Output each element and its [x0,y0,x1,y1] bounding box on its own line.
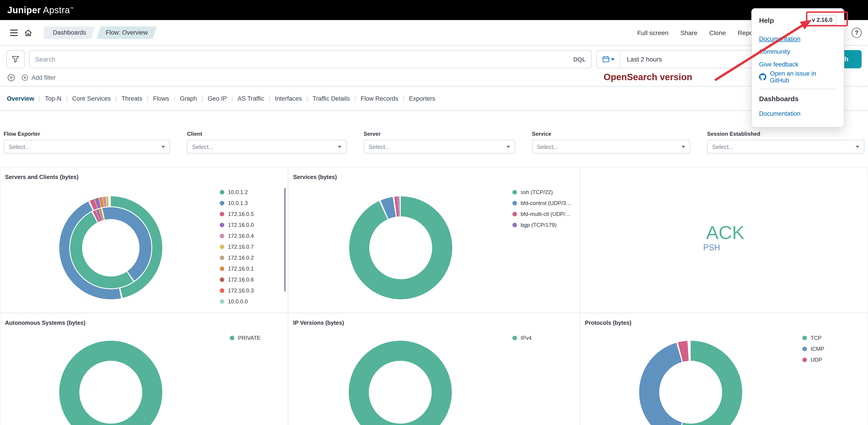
tab-interfaces[interactable]: Interfaces [264,95,302,102]
panel-title: Autonomous Systems (bytes) [5,320,86,326]
legend-item[interactable]: 172.16.0.2 [220,254,254,262]
legend-item[interactable]: PRIVATE [230,334,260,342]
add-filter-button[interactable]: Add filter [22,74,56,81]
link-documentation[interactable]: Documentation [759,32,837,45]
link-open-issue-github[interactable]: Open an issue in GitHub [759,71,837,84]
share-button[interactable]: Share [680,29,698,36]
query-block: DQL Last 2 hours Refresh [0,45,868,87]
legend-item[interactable]: 10.0.1.2 [220,188,254,196]
services-donut[interactable] [349,196,452,299]
legend-dot [802,336,807,340]
clone-button[interactable]: Clone [709,29,726,36]
help-button[interactable]: ? [851,28,862,38]
dashboard-grid: Servers and Clients (bytes) 10.0.1.210.0… [0,167,868,425]
tagcloud-tag-psh[interactable]: PSH [703,243,720,253]
saved-query-icon [11,55,20,63]
chevron-down-icon [161,145,165,148]
protocols-donut[interactable] [639,341,742,425]
legend-item[interactable]: bfd-multi-ctl (UDP/… [513,210,571,218]
legend-dot [802,358,807,362]
legend-dot [220,201,224,205]
panel-title: Servers and Clients (bytes) [5,174,79,181]
tab-geo-ip[interactable]: Geo IP [197,95,227,102]
legend-item[interactable]: TCP [802,334,824,342]
link-give-feedback[interactable]: Give feedback [759,58,837,71]
legend-item[interactable]: 172.16.0.7 [220,243,254,251]
chevron-down-icon [611,58,615,60]
tab-flows[interactable]: Flows [142,95,169,102]
link-dashboards-documentation[interactable]: Documentation [759,107,837,120]
tab-threats[interactable]: Threats [111,95,143,102]
tab-core-services[interactable]: Core Services [61,95,111,102]
time-range-label[interactable]: Last 2 hours [620,56,662,63]
flow-exporter-select[interactable]: Select... [4,140,170,154]
search-input[interactable] [35,56,569,63]
server-select[interactable]: Select... [364,140,515,154]
legend-item[interactable]: 172.16.0.6 [220,275,254,284]
chart-legend: ssh (TCP/22)bfd-control (UDP/3…bfd-multi… [513,188,571,232]
legend-item[interactable]: ICMP [802,345,824,353]
tab-flow-records[interactable]: Flow Records [350,95,398,102]
brand-logo: Juniper Apstra™ [7,5,73,15]
legend-dot [513,336,517,340]
legend-label: TCP [811,335,822,341]
breadcrumb-flow-overview[interactable]: Flow: Overview [97,26,157,39]
tagcloud-tag-ack[interactable]: ACK [706,222,745,243]
saved-query-button[interactable] [6,50,25,68]
legend-item[interactable]: 10.0.0.0 [220,297,254,306]
legend-item[interactable]: ssh (TCP/22) [513,188,571,196]
legend-label: 172.16.0.6 [228,276,254,283]
legend-item[interactable]: IPv4 [513,334,532,342]
legend-item[interactable]: 10.0.1.3 [220,199,254,207]
link-label: Open an issue in GitHub [770,70,837,84]
link-community[interactable]: Community [759,45,837,58]
question-icon: ? [855,29,859,36]
legend-item[interactable]: bgp (TCP/179) [513,221,571,229]
servers-clients-donut[interactable] [59,196,162,299]
query-language-button[interactable]: DQL [569,56,586,63]
quick-select-button[interactable] [597,51,620,68]
legend-item[interactable]: 172.16.0.1 [220,265,254,273]
select-value: Select... [712,143,856,150]
plus-circle-icon [22,74,28,81]
help-popover: Help v 2.16.0 Documentation Community Gi… [751,8,844,128]
legend-label: 172.16.0.5 [228,211,254,217]
legend-item[interactable]: UDP [802,356,824,364]
legend-dot [220,234,224,238]
search-box: DQL [29,50,592,68]
tab-graph[interactable]: Graph [169,95,197,102]
legend-dot [513,212,517,216]
add-filter-label: Add filter [31,74,56,81]
legend-item[interactable]: 172.16.0.0 [220,221,254,229]
legend-item[interactable]: 172.16.0.4 [220,232,254,240]
service-select[interactable]: Select... [532,140,690,154]
panel-services: Services (bytes) ssh (TCP/22)bfd-control… [288,167,580,313]
legend-label: 172.16.0.4 [228,233,254,239]
tab-bar: Overview Top-N Core Services Threats Flo… [0,87,868,111]
tab-as-traffic[interactable]: AS Traffic [227,95,264,102]
legend-dot [220,299,224,304]
legend-scrollbar[interactable] [284,188,286,292]
full-screen-button[interactable]: Full screen [637,29,669,36]
home-button[interactable] [21,25,36,40]
tab-overview[interactable]: Overview [7,95,34,102]
legend-item[interactable]: bfd-control (UDP/3… [513,199,571,207]
ip-versions-donut[interactable] [349,341,452,425]
topbar: Juniper Apstra™ [0,0,868,20]
legend-item[interactable]: 172.16.0.5 [220,210,254,218]
client-select[interactable]: Select... [187,140,347,154]
navbar-actions: Full screen Share Clone Reporting [637,29,766,36]
session-established-select[interactable]: Select... [707,140,864,154]
filter-flow-exporter: Flow Exporter Select... [4,131,170,154]
tab-exporters[interactable]: Exporters [398,95,435,102]
autonomous-systems-donut[interactable] [59,341,162,425]
legend-label: bgp (TCP/179) [521,222,556,228]
link-label: Documentation [759,110,801,117]
tab-top-n[interactable]: Top-N [34,95,61,102]
tab-traffic-details[interactable]: Traffic Details [302,95,350,102]
filter-set-icon[interactable] [7,74,15,81]
chart-legend: PRIVATE [230,334,260,345]
legend-item[interactable]: 172.16.0.3 [220,287,254,295]
menu-button[interactable] [6,25,21,40]
breadcrumb-dashboards[interactable]: Dashboards [44,26,95,39]
